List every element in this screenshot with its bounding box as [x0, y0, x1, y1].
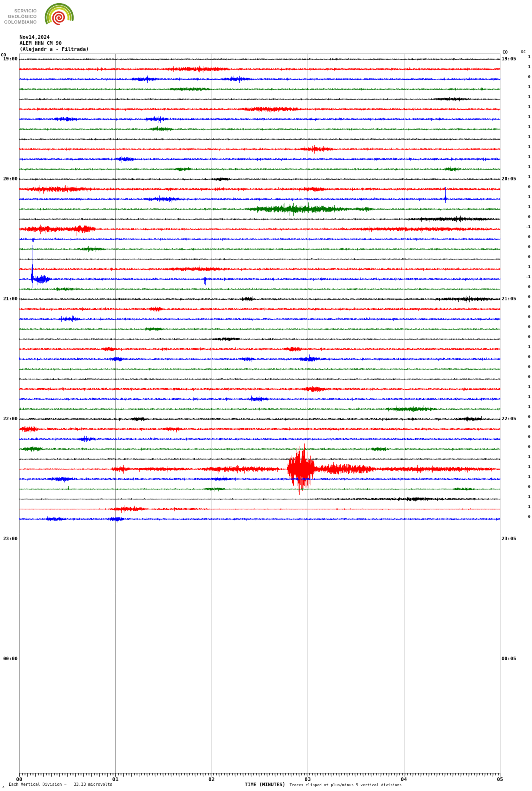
- dc-value-1915: 1: [520, 84, 530, 89]
- vertical-division-note: Each Vertical Division = 33.33 microvolt…: [9, 782, 112, 787]
- hour-label-right-2205: 22:05: [502, 416, 516, 421]
- hour-label-right-2305: 23:05: [502, 536, 516, 541]
- dc-value-1950: 1: [520, 154, 530, 159]
- dc-value-2010: 1: [520, 194, 530, 199]
- hour-label-left-2200: 22:00: [0, 416, 18, 421]
- dc-value-2155: 1: [520, 404, 530, 409]
- dc-value-2115: 0: [520, 324, 530, 329]
- dc-value-2245: 1: [520, 504, 530, 509]
- dc-value-2055: 0: [520, 284, 530, 289]
- x-tick-label-01: 01: [108, 776, 122, 782]
- dc-value-1920: 1: [520, 94, 530, 99]
- logo-spiral-icon: [53, 12, 64, 24]
- x-tick-label-00: 00: [12, 776, 26, 782]
- dc-value-2110: 0: [520, 314, 530, 319]
- webicorder-page: SERVICIO GEOLÓGICO COLOMBIANO Nov14,2024…: [0, 0, 532, 791]
- hour-label-right-2105: 21:05: [502, 296, 516, 302]
- dc-value-1955: 1: [520, 164, 530, 169]
- dc-value-2000: 1: [520, 174, 530, 179]
- x-tick-label-04: 04: [397, 776, 411, 782]
- dc-value-2200: 0: [520, 414, 530, 419]
- dc-value-2205: 0: [520, 424, 530, 429]
- dc-value-2220: 1: [520, 454, 530, 459]
- hour-label-right-1905: 19:05: [502, 56, 516, 62]
- logo-line-2: GEOLÓGICO: [4, 14, 37, 19]
- dc-value-2045: 1: [520, 264, 530, 269]
- dc-value-1940: 1: [520, 134, 530, 139]
- x-axis-title: TIME (MINUTES): [245, 782, 285, 787]
- seismogram-canvas: [0, 0, 532, 791]
- dc-value-2210: 0: [520, 434, 530, 439]
- dc-value-1925: 1: [520, 104, 530, 109]
- hour-label-left-2000: 20:00: [0, 176, 18, 182]
- dc-value-2140: 0: [520, 374, 530, 379]
- logo-line-1: SERVICIO: [4, 8, 37, 14]
- dc-value-2030: 0: [520, 234, 530, 239]
- hour-label-left-2100: 21:00: [0, 296, 18, 302]
- dc-value-2150: 1: [520, 394, 530, 399]
- x-tick-label-02: 02: [205, 776, 218, 782]
- hour-label-left-2300: 23:00: [0, 536, 18, 541]
- station-code: ALEM HHN CM 90: [20, 40, 89, 46]
- dc-value-1905: 1: [520, 64, 530, 69]
- dc-value-2120: 0: [520, 334, 530, 339]
- logo-line-3: COLOMBIANO: [4, 19, 37, 25]
- dc-value-2250: 0: [520, 514, 530, 519]
- sgc-logo-mark: [38, 1, 77, 30]
- dc-value-1900: 1: [520, 54, 530, 59]
- logo-text: SERVICIO GEOLÓGICO COLOMBIANO: [4, 8, 37, 25]
- dc-value-2145: 1: [520, 384, 530, 389]
- plot-header: Nov14,2024 ALEM HHN CM 90 (Alejandr a - …: [20, 34, 89, 52]
- dc-value-2225: 1: [520, 464, 530, 469]
- dc-value-1910: 0: [520, 74, 530, 79]
- dc-column-header: DC: [521, 50, 526, 54]
- dc-value-2040: 0: [520, 254, 530, 259]
- dc-value-1945: 1: [520, 144, 530, 149]
- hour-label-right-0005: 00:05: [502, 656, 516, 661]
- x-tick-label-05: 05: [493, 776, 507, 782]
- dc-value-2020: 0: [520, 214, 530, 219]
- dc-value-2135: 0: [520, 364, 530, 369]
- dc-value-2100: 0: [520, 294, 530, 299]
- dc-value-2005: 0: [520, 184, 530, 189]
- dc-value-2130: 0: [520, 354, 530, 359]
- network-label-right: CO: [502, 50, 508, 55]
- dc-value-2230: 1: [520, 474, 530, 479]
- dc-value-1930: 1: [520, 114, 530, 119]
- dc-value-2125: 1: [520, 344, 530, 349]
- dc-value-2025: -1: [520, 224, 530, 229]
- plot-date: Nov14,2024: [20, 34, 89, 40]
- dc-value-1935: 1: [520, 124, 530, 129]
- dc-value-2215: 0: [520, 444, 530, 449]
- dc-value-2035: 0: [520, 244, 530, 249]
- hour-label-left-1900: 19:00: [0, 56, 18, 62]
- axis-note-marker: x: [2, 785, 4, 789]
- dc-value-2105: 0: [520, 304, 530, 309]
- x-tick-label-03: 03: [301, 776, 314, 782]
- dc-value-2240: 1: [520, 494, 530, 499]
- dc-value-2235: 0: [520, 484, 530, 489]
- hour-label-left-0000: 00:00: [0, 656, 18, 661]
- clipping-note: Traces clipped at plus/minus 5 vertical …: [290, 783, 402, 787]
- plot-subtitle: (Alejandr a - Filtrada): [20, 46, 89, 52]
- dc-value-2015: 1: [520, 204, 530, 209]
- dc-value-2050: -1: [520, 274, 530, 279]
- hour-label-right-2005: 20:05: [502, 176, 516, 182]
